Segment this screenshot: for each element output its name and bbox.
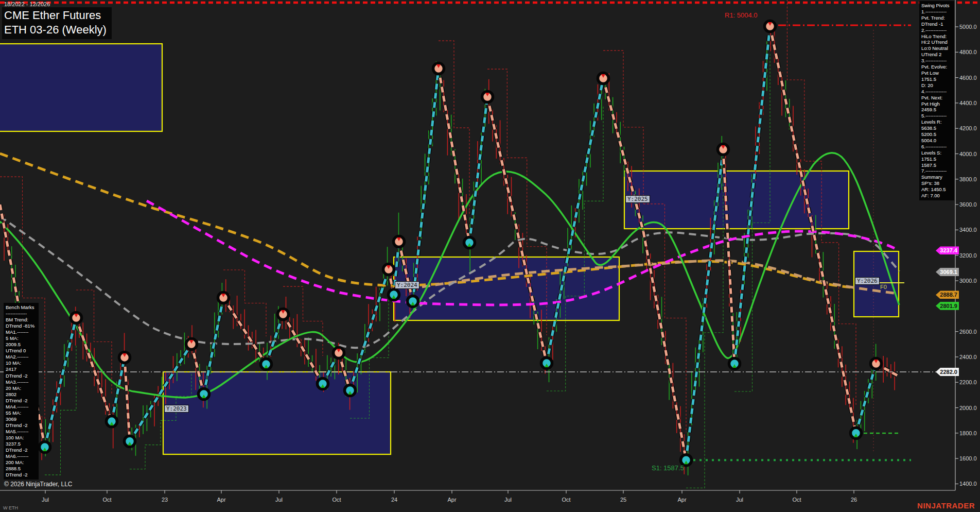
copyright-watermark: © 2026 NinjaTrader, LLC [4, 481, 72, 488]
pivot-f0-label[interactable]: F0 [880, 284, 887, 290]
year-range-box[interactable] [394, 257, 619, 320]
chart-title-block: CME Ether Futures ETH 03-26 (Weekly) [2, 7, 112, 39]
time-tick-label: Oct [562, 497, 570, 503]
price-tick-label: 3200.0 [959, 252, 977, 259]
chart-canvas[interactable] [0, 0, 980, 512]
time-tick-label: Jul [275, 497, 283, 503]
price-tick-label: 2000.0 [959, 405, 977, 411]
price-tick-label: 1600.0 [959, 455, 977, 462]
price-tick-label: 4000.0 [959, 151, 977, 157]
time-tick-label: Apr [677, 497, 686, 503]
year-range-label-2025[interactable]: Y:2025 [625, 195, 650, 203]
price-tag-3237.4: 3237.4 [936, 246, 959, 254]
chart-subtitle: ETH 03-26 (Weekly) [4, 23, 107, 37]
bench-marks-panel: Bench Marks-------------BM Trend:DTrend … [4, 303, 39, 480]
year-range-label-2023[interactable]: Y:2023 [164, 405, 189, 413]
price-tag-2888.7: 2888.7 [936, 291, 959, 299]
chart-title: CME Ether Futures [4, 8, 107, 23]
zigzag-down-leg [223, 298, 266, 364]
swing-pivots-panel: Swing Pivots1.-------------Pvt. Trend:DT… [919, 1, 954, 200]
ninjatrader-chart-window: 18/2022 - 12/2026 CME Ether Futures ETH … [0, 0, 980, 512]
support-s1-label[interactable]: S1: 1587.5 [652, 464, 684, 472]
time-tick-label: Oct [332, 497, 341, 503]
time-tick-label: 24 [391, 497, 397, 503]
price-tick-label: 5000.0 [959, 24, 977, 30]
zigzag-up-leg [856, 364, 876, 433]
price-tick-label: 1800.0 [959, 430, 977, 436]
price-tag-2801.9: 2801.9 [936, 302, 959, 310]
price-tick-label: 3400.0 [959, 227, 977, 233]
time-tick-label: Apr [217, 497, 225, 503]
year-range-box[interactable] [624, 171, 849, 229]
stop-step-line-green [45, 346, 76, 475]
time-tick-label: 23 [162, 497, 168, 503]
chart-date-range: 18/2022 - 12/2026 [4, 1, 50, 7]
time-tick-label: Jul [42, 497, 49, 503]
time-tick-label: Oct [102, 497, 111, 503]
price-tick-label: 1400.0 [959, 481, 977, 487]
stop-step-line-red [643, 204, 686, 432]
stop-step-line-green [547, 106, 603, 391]
price-tag-2282.0: 2282.0 [936, 368, 959, 376]
ninjatrader-logo: NINJATRADER [917, 501, 975, 510]
price-tick-label: 3800.0 [959, 176, 977, 182]
year-range-label-2024[interactable]: Y:2024 [395, 281, 419, 289]
price-tick-label: 4600.0 [959, 75, 977, 81]
resistance-r1-label[interactable]: R1: 5004.0 [725, 11, 758, 19]
zigzag-up-leg [469, 97, 487, 243]
year-range-label-2026[interactable]: Y:2026 [855, 277, 880, 285]
price-tick-label: 4400.0 [959, 100, 977, 106]
price-tick-label: 3600.0 [959, 201, 977, 208]
price-tick-label: 2200.0 [959, 379, 977, 385]
time-tick-label: Jul [736, 497, 743, 503]
price-tag-3069.1: 3069.1 [936, 268, 959, 276]
time-tick-label: Jul [504, 497, 512, 503]
price-tick-label: 3000.0 [959, 278, 977, 284]
year-range-box[interactable] [0, 44, 162, 131]
time-tick-label: 25 [620, 497, 626, 503]
instrument-tag: W ETH [3, 505, 18, 510]
time-tick-label: 26 [851, 497, 857, 503]
zigzag-up-leg [112, 357, 125, 421]
price-tick-label: 2400.0 [959, 354, 977, 360]
stop-step-line-red [283, 286, 323, 356]
price-tick-label: 2600.0 [959, 329, 977, 335]
year-range-box[interactable] [163, 372, 391, 454]
price-tick-label: 4800.0 [959, 49, 977, 55]
time-tick-label: Apr [447, 497, 456, 503]
zigzag-down-leg [603, 78, 643, 232]
price-tick-label: 4200.0 [959, 125, 977, 131]
zigzag-down-leg [487, 97, 547, 363]
time-tick-label: Oct [792, 497, 801, 503]
